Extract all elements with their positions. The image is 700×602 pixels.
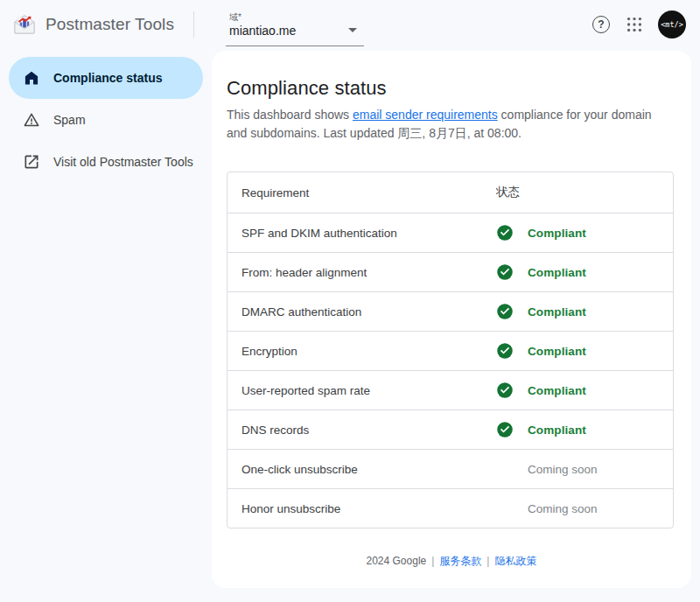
- apps-grid-button[interactable]: [620, 10, 649, 39]
- status-badge: Compliant: [528, 305, 586, 318]
- check-circle-icon: [496, 263, 514, 281]
- table-row: One-click unsubscribe Coming soon: [228, 449, 673, 488]
- table-row: Honor unsubscribe Coming soon: [228, 488, 673, 528]
- domain-selector-label: 域*: [229, 12, 362, 23]
- table-header-row: Requirement 状态: [228, 172, 673, 213]
- page-description: This dashboard shows email sender requir…: [227, 106, 675, 143]
- sidebar-item-visit-old-postmaster-tools[interactable]: Visit old Postmaster Tools: [9, 141, 203, 183]
- help-button[interactable]: ?: [586, 10, 616, 39]
- sidebar-item-label: Visit old Postmaster Tools: [53, 155, 193, 169]
- table-row: SPF and DKIM authentication Compliant: [228, 213, 673, 252]
- requirement-label: One-click unsubscribe: [228, 463, 496, 476]
- table-row: Encryption Compliant: [228, 331, 673, 370]
- status-badge: Coming soon: [528, 502, 598, 515]
- check-circle-icon: [496, 224, 514, 242]
- status-badge: Compliant: [528, 424, 586, 437]
- table-row: DMARC authentication Compliant: [228, 291, 673, 331]
- email-sender-requirements-link[interactable]: email sender requirements: [353, 108, 498, 122]
- external-link-icon: [23, 153, 40, 171]
- terms-of-service-link[interactable]: 服务条款: [439, 555, 481, 567]
- account-avatar[interactable]: <mt/>: [658, 10, 686, 38]
- sidebar-item-label: Spam: [53, 113, 86, 127]
- warning-icon: [23, 111, 40, 129]
- check-circle-icon: [496, 342, 514, 360]
- brand: Postmaster Tools: [12, 12, 174, 37]
- sidebar: Compliance status Spam Visit old Postmas…: [0, 49, 212, 602]
- page-title: Compliance status: [227, 77, 676, 100]
- postmaster-tools-logo-icon: [12, 12, 37, 37]
- card-footer: 2024 Google|服务条款|隐私政策: [212, 554, 691, 569]
- privacy-policy-link[interactable]: 隐私政策: [494, 555, 536, 567]
- requirement-label: Encryption: [228, 345, 496, 358]
- dropdown-arrow-icon: [348, 28, 357, 32]
- sidebar-item-label: Compliance status: [53, 71, 162, 85]
- sidebar-item-compliance-status[interactable]: Compliance status: [9, 57, 203, 99]
- top-bar: Postmaster Tools 域* miantiao.me ? <mt/>: [0, 0, 700, 49]
- status-badge: Compliant: [528, 345, 586, 358]
- help-icon: ?: [592, 16, 610, 33]
- requirement-label: From: header alignment: [228, 266, 496, 279]
- apps-grid-icon: [625, 15, 644, 34]
- footer-separator: |: [431, 555, 434, 567]
- table-row: User-reported spam rate Compliant: [228, 370, 673, 410]
- status-badge: Compliant: [528, 266, 586, 279]
- status-badge: Compliant: [528, 227, 586, 240]
- compliance-table: Requirement 状态 SPF and DKIM authenticati…: [227, 172, 674, 528]
- check-circle-icon: [496, 382, 514, 399]
- app-title: Postmaster Tools: [46, 15, 174, 34]
- check-circle-icon: [496, 303, 514, 320]
- copyright-text: 2024 Google: [367, 555, 427, 567]
- requirement-column-header: Requirement: [228, 186, 496, 200]
- table-row: From: header alignment Compliant: [228, 252, 673, 291]
- requirement-label: DNS records: [228, 424, 496, 437]
- domain-selector-value: miantiao.me: [229, 23, 296, 38]
- footer-separator: |: [486, 555, 489, 567]
- requirement-label: DMARC authentication: [228, 305, 496, 318]
- description-prefix: This dashboard shows: [227, 108, 353, 122]
- domain-selector[interactable]: 域* miantiao.me: [226, 7, 364, 46]
- status-column-header: 状态: [496, 185, 673, 200]
- home-icon: [23, 69, 40, 87]
- requirement-label: SPF and DKIM authentication: [228, 227, 496, 240]
- requirement-label: User-reported spam rate: [228, 384, 496, 397]
- content-card: Compliance status This dashboard shows e…: [212, 51, 691, 588]
- status-badge: Coming soon: [528, 463, 598, 476]
- table-row: DNS records Compliant: [228, 410, 673, 449]
- requirement-label: Honor unsubscribe: [228, 502, 496, 515]
- status-badge: Compliant: [528, 384, 586, 397]
- main-layout: Compliance status Spam Visit old Postmas…: [0, 49, 700, 602]
- check-circle-icon: [496, 421, 514, 438]
- sidebar-item-spam[interactable]: Spam: [9, 99, 203, 141]
- header-divider: [193, 11, 194, 38]
